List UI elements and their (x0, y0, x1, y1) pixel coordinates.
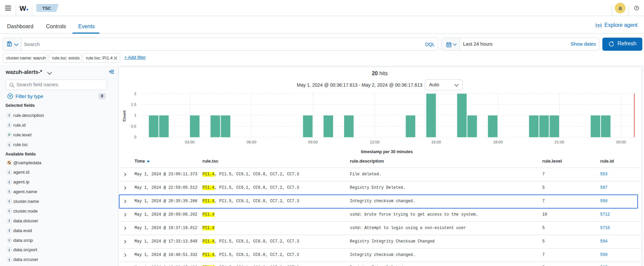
svg-text:TSC: TSC (42, 6, 51, 11)
svg-text:?: ? (636, 6, 638, 10)
